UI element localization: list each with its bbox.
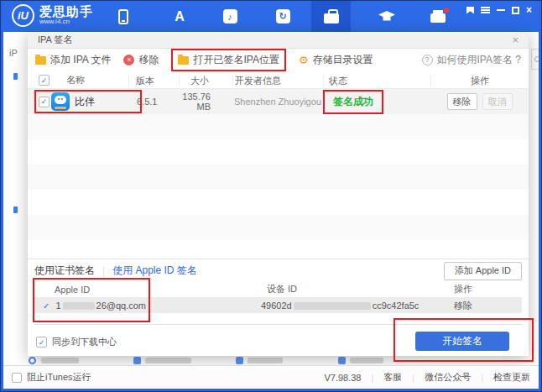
col-size: 大小 xyxy=(179,76,232,86)
gear-icon: ⚙ xyxy=(299,55,309,65)
bg-radio-fragment xyxy=(29,357,36,364)
nav-appstore-icon[interactable]: A xyxy=(161,1,198,32)
version-label: V7.98.38 xyxy=(324,373,361,383)
sync-label: 同步到下载中心 xyxy=(52,336,117,348)
divider: | xyxy=(412,373,414,383)
search-icon xyxy=(534,56,540,62)
minimize-button[interactable] xyxy=(497,6,505,14)
window-controls: × xyxy=(466,6,532,14)
skin-icon[interactable] xyxy=(466,6,474,14)
status-annotation-box: 签名成功 xyxy=(323,90,383,114)
deviceid-value: 49602dcc9c42fa5c xyxy=(261,301,450,311)
row-check-icon: ✓ xyxy=(43,301,50,311)
app-window: iU 爱思助手 www.i4.cn A ♪ ↻ × iP xyxy=(0,0,542,392)
nav-flash-icon[interactable] xyxy=(368,1,405,32)
row-remove-button[interactable]: 移除 xyxy=(447,93,477,110)
graduation-cap-icon xyxy=(378,11,395,23)
window-body: iU 爱思助手 www.i4.cn A ♪ ↻ × iP xyxy=(1,1,541,391)
app-row[interactable]: ✓ 比伴 6.5.1 135.76 MB Shenzhen Zhuoyigou … xyxy=(28,89,529,114)
remove-circle-icon: × xyxy=(123,55,134,65)
app-developer: Shenzhen Zhuoyigou Inform... xyxy=(232,97,323,107)
appleid-row[interactable]: ✓ 126@qq.com 49602dcc9c42fa5c 移除 xyxy=(34,298,522,313)
bg-search-fragment[interactable] xyxy=(531,49,541,70)
tab-divider: | xyxy=(102,265,105,277)
tab-appleid-sign[interactable]: 使用 Apple ID 签名 xyxy=(112,264,197,278)
app-name-cell: 比伴 xyxy=(51,92,128,111)
header-checkbox[interactable]: ✓ xyxy=(39,75,50,86)
remove-button[interactable]: × 移除 xyxy=(123,53,159,67)
printer-icon xyxy=(430,13,446,23)
app-table: ✓ 名称 版本 大小 开发者信息 状态 操作 ✓ 比伴 6.5.1 135.76… xyxy=(28,72,529,259)
empty-row xyxy=(28,215,529,240)
nav-device-icon[interactable] xyxy=(105,1,142,32)
menu-icon[interactable] xyxy=(481,6,490,14)
ipa-sign-dialog: IPA 签名 × 添加 IPA 文件 × 移除 打开已签名IPA位置 ⚙ 存储目… xyxy=(28,32,529,356)
col-status: 状态 xyxy=(323,76,430,86)
nav-report-icon[interactable] xyxy=(420,1,456,32)
add-appleid-button[interactable]: 添加 Apple ID xyxy=(444,262,522,280)
sync-checkbox-row: ✓ 同步到下载中心 xyxy=(36,336,117,348)
block-itunes-checkbox[interactable] xyxy=(12,373,22,383)
start-sign-button[interactable]: 开始签名 xyxy=(415,332,509,351)
wechat-link[interactable]: 微信公众号 xyxy=(425,371,471,384)
bg-fragment xyxy=(13,73,18,80)
folder-add-icon xyxy=(35,56,46,65)
open-signed-location-button[interactable]: 打开已签名IPA位置 xyxy=(171,49,285,71)
blur-redaction xyxy=(145,358,191,363)
dialog-close-icon[interactable]: × xyxy=(512,34,519,46)
statusbar-right: V7.98.38 | 客服 | 微信公众号 | 检查更新 xyxy=(324,371,530,384)
empty-row xyxy=(28,240,529,259)
empty-row xyxy=(28,114,529,139)
bg-checkbox-fragment xyxy=(236,357,243,364)
sync-checkbox[interactable]: ✓ xyxy=(36,337,47,348)
bg-checkbox-fragment xyxy=(338,357,346,364)
bg-fragment xyxy=(13,206,18,213)
sign-account-section: 使用证书签名 | 使用 Apple ID 签名 添加 Apple ID Appl… xyxy=(34,260,522,325)
app-name: 比伴 xyxy=(75,95,95,109)
help-icon: ? xyxy=(422,55,433,65)
appleid-value: 126@qq.com xyxy=(55,301,146,311)
blur-redaction xyxy=(63,302,95,310)
block-itunes-label: 阻止iTunes运行 xyxy=(27,371,91,384)
empty-row xyxy=(28,165,529,190)
bg-partial-text: iP xyxy=(9,48,18,58)
sync-icon: ↻ xyxy=(276,9,290,24)
nav-toolbox-icon[interactable] xyxy=(311,1,351,32)
col-appleid-action: 操作 xyxy=(450,283,522,295)
support-link[interactable]: 客服 xyxy=(383,371,402,384)
appleid-remove-button[interactable]: 移除 xyxy=(450,300,522,312)
tab-certificate-sign[interactable]: 使用证书签名 xyxy=(34,264,95,278)
update-link[interactable]: 检查更新 xyxy=(493,371,530,384)
add-ipa-button[interactable]: 添加 IPA 文件 xyxy=(35,53,111,67)
row-checkbox[interactable]: ✓ xyxy=(39,97,50,107)
app-table-header: ✓ 名称 版本 大小 开发者信息 状态 操作 xyxy=(28,72,529,89)
col-developer: 开发者信息 xyxy=(232,76,323,86)
nav-sync-icon[interactable]: ↻ xyxy=(264,1,301,32)
nav-media-icon[interactable]: ♪ xyxy=(211,1,248,32)
help-link[interactable]: ? 如何使用IPA签名 ? xyxy=(422,53,521,67)
blur-redaction xyxy=(294,302,371,310)
app-icon xyxy=(51,92,70,111)
block-itunes-row: 阻止iTunes运行 xyxy=(12,371,91,384)
app-url: www.i4.cn xyxy=(39,18,93,26)
blur-redaction xyxy=(350,358,383,363)
empty-row xyxy=(28,190,529,215)
close-button[interactable]: × xyxy=(526,6,532,14)
toolbox-icon xyxy=(324,13,339,24)
blur-redaction xyxy=(41,358,79,363)
sign-tabs: 使用证书签名 | 使用 Apple ID 签名 添加 Apple ID xyxy=(34,260,522,281)
appstore-icon: A xyxy=(175,9,185,24)
col-name: 名称 xyxy=(51,74,128,86)
dialog-titlebar: IPA 签名 × xyxy=(28,32,529,49)
empty-row xyxy=(28,139,529,165)
bg-bottom-fragments xyxy=(3,356,541,365)
folder-icon xyxy=(178,56,189,65)
maximize-button[interactable] xyxy=(512,6,519,14)
status-badge: 签名成功 xyxy=(333,96,373,107)
col-action: 操作 xyxy=(430,76,529,86)
bg-checkbox-fragment xyxy=(133,357,141,364)
row-actions: 移除 取消 xyxy=(430,93,529,110)
storage-settings-button[interactable]: ⚙ 存储目录设置 xyxy=(299,53,373,67)
app-size: 135.76 MB xyxy=(179,91,232,112)
col-deviceid: 设备 ID xyxy=(261,283,450,295)
